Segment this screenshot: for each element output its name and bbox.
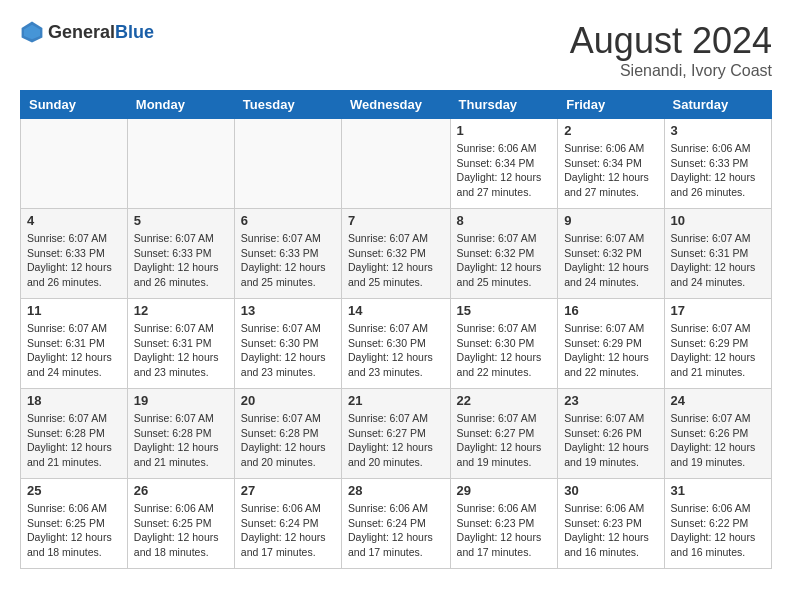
calendar-cell: 6Sunrise: 6:07 AM Sunset: 6:33 PM Daylig… — [234, 209, 341, 299]
title-block: August 2024 Sienandi, Ivory Coast — [570, 20, 772, 80]
calendar-cell — [21, 119, 128, 209]
day-info: Sunrise: 6:07 AM Sunset: 6:26 PM Dayligh… — [564, 411, 657, 470]
calendar-cell: 12Sunrise: 6:07 AM Sunset: 6:31 PM Dayli… — [127, 299, 234, 389]
calendar-cell: 2Sunrise: 6:06 AM Sunset: 6:34 PM Daylig… — [558, 119, 664, 209]
day-number: 31 — [671, 483, 765, 498]
page-header: GeneralBlue August 2024 Sienandi, Ivory … — [20, 20, 772, 80]
calendar-cell: 26Sunrise: 6:06 AM Sunset: 6:25 PM Dayli… — [127, 479, 234, 569]
calendar-cell: 18Sunrise: 6:07 AM Sunset: 6:28 PM Dayli… — [21, 389, 128, 479]
day-info: Sunrise: 6:07 AM Sunset: 6:31 PM Dayligh… — [134, 321, 228, 380]
day-header-sunday: Sunday — [21, 91, 128, 119]
day-header-monday: Monday — [127, 91, 234, 119]
calendar-cell: 9Sunrise: 6:07 AM Sunset: 6:32 PM Daylig… — [558, 209, 664, 299]
day-info: Sunrise: 6:06 AM Sunset: 6:25 PM Dayligh… — [134, 501, 228, 560]
day-info: Sunrise: 6:06 AM Sunset: 6:24 PM Dayligh… — [348, 501, 444, 560]
day-header-saturday: Saturday — [664, 91, 771, 119]
day-header-thursday: Thursday — [450, 91, 558, 119]
calendar-cell: 28Sunrise: 6:06 AM Sunset: 6:24 PM Dayli… — [342, 479, 451, 569]
day-number: 14 — [348, 303, 444, 318]
day-number: 5 — [134, 213, 228, 228]
day-info: Sunrise: 6:06 AM Sunset: 6:24 PM Dayligh… — [241, 501, 335, 560]
day-info: Sunrise: 6:06 AM Sunset: 6:34 PM Dayligh… — [457, 141, 552, 200]
calendar-cell: 21Sunrise: 6:07 AM Sunset: 6:27 PM Dayli… — [342, 389, 451, 479]
day-info: Sunrise: 6:07 AM Sunset: 6:33 PM Dayligh… — [241, 231, 335, 290]
day-info: Sunrise: 6:06 AM Sunset: 6:23 PM Dayligh… — [564, 501, 657, 560]
calendar-cell: 20Sunrise: 6:07 AM Sunset: 6:28 PM Dayli… — [234, 389, 341, 479]
day-info: Sunrise: 6:07 AM Sunset: 6:32 PM Dayligh… — [564, 231, 657, 290]
calendar-cell: 17Sunrise: 6:07 AM Sunset: 6:29 PM Dayli… — [664, 299, 771, 389]
day-info: Sunrise: 6:06 AM Sunset: 6:34 PM Dayligh… — [564, 141, 657, 200]
day-info: Sunrise: 6:07 AM Sunset: 6:30 PM Dayligh… — [241, 321, 335, 380]
day-info: Sunrise: 6:07 AM Sunset: 6:31 PM Dayligh… — [671, 231, 765, 290]
calendar-cell: 27Sunrise: 6:06 AM Sunset: 6:24 PM Dayli… — [234, 479, 341, 569]
calendar-cell: 4Sunrise: 6:07 AM Sunset: 6:33 PM Daylig… — [21, 209, 128, 299]
calendar-cell: 29Sunrise: 6:06 AM Sunset: 6:23 PM Dayli… — [450, 479, 558, 569]
day-info: Sunrise: 6:07 AM Sunset: 6:30 PM Dayligh… — [457, 321, 552, 380]
calendar-cell: 11Sunrise: 6:07 AM Sunset: 6:31 PM Dayli… — [21, 299, 128, 389]
logo-icon — [20, 20, 44, 44]
day-info: Sunrise: 6:07 AM Sunset: 6:29 PM Dayligh… — [564, 321, 657, 380]
day-number: 30 — [564, 483, 657, 498]
day-number: 15 — [457, 303, 552, 318]
calendar-cell — [342, 119, 451, 209]
day-number: 18 — [27, 393, 121, 408]
calendar-cell: 8Sunrise: 6:07 AM Sunset: 6:32 PM Daylig… — [450, 209, 558, 299]
calendar-cell: 7Sunrise: 6:07 AM Sunset: 6:32 PM Daylig… — [342, 209, 451, 299]
day-info: Sunrise: 6:07 AM Sunset: 6:29 PM Dayligh… — [671, 321, 765, 380]
day-info: Sunrise: 6:07 AM Sunset: 6:26 PM Dayligh… — [671, 411, 765, 470]
day-number: 11 — [27, 303, 121, 318]
day-header-wednesday: Wednesday — [342, 91, 451, 119]
day-info: Sunrise: 6:06 AM Sunset: 6:25 PM Dayligh… — [27, 501, 121, 560]
calendar-cell: 16Sunrise: 6:07 AM Sunset: 6:29 PM Dayli… — [558, 299, 664, 389]
logo-blue: Blue — [115, 22, 154, 42]
location-subtitle: Sienandi, Ivory Coast — [570, 62, 772, 80]
day-info: Sunrise: 6:06 AM Sunset: 6:22 PM Dayligh… — [671, 501, 765, 560]
day-info: Sunrise: 6:07 AM Sunset: 6:32 PM Dayligh… — [457, 231, 552, 290]
day-number: 3 — [671, 123, 765, 138]
day-number: 4 — [27, 213, 121, 228]
calendar-header-row: SundayMondayTuesdayWednesdayThursdayFrid… — [21, 91, 772, 119]
day-number: 29 — [457, 483, 552, 498]
calendar-week-row: 11Sunrise: 6:07 AM Sunset: 6:31 PM Dayli… — [21, 299, 772, 389]
calendar-cell: 10Sunrise: 6:07 AM Sunset: 6:31 PM Dayli… — [664, 209, 771, 299]
calendar-cell: 14Sunrise: 6:07 AM Sunset: 6:30 PM Dayli… — [342, 299, 451, 389]
day-number: 23 — [564, 393, 657, 408]
calendar-cell: 22Sunrise: 6:07 AM Sunset: 6:27 PM Dayli… — [450, 389, 558, 479]
day-number: 19 — [134, 393, 228, 408]
day-number: 12 — [134, 303, 228, 318]
day-number: 27 — [241, 483, 335, 498]
calendar-cell: 15Sunrise: 6:07 AM Sunset: 6:30 PM Dayli… — [450, 299, 558, 389]
calendar-cell: 5Sunrise: 6:07 AM Sunset: 6:33 PM Daylig… — [127, 209, 234, 299]
day-number: 10 — [671, 213, 765, 228]
day-info: Sunrise: 6:07 AM Sunset: 6:30 PM Dayligh… — [348, 321, 444, 380]
day-info: Sunrise: 6:07 AM Sunset: 6:31 PM Dayligh… — [27, 321, 121, 380]
calendar-cell — [127, 119, 234, 209]
day-info: Sunrise: 6:06 AM Sunset: 6:23 PM Dayligh… — [457, 501, 552, 560]
calendar-cell: 31Sunrise: 6:06 AM Sunset: 6:22 PM Dayli… — [664, 479, 771, 569]
day-number: 13 — [241, 303, 335, 318]
day-number: 21 — [348, 393, 444, 408]
logo-text: GeneralBlue — [48, 22, 154, 43]
day-info: Sunrise: 6:07 AM Sunset: 6:27 PM Dayligh… — [348, 411, 444, 470]
day-info: Sunrise: 6:06 AM Sunset: 6:33 PM Dayligh… — [671, 141, 765, 200]
day-info: Sunrise: 6:07 AM Sunset: 6:27 PM Dayligh… — [457, 411, 552, 470]
day-number: 17 — [671, 303, 765, 318]
day-info: Sunrise: 6:07 AM Sunset: 6:28 PM Dayligh… — [27, 411, 121, 470]
day-number: 26 — [134, 483, 228, 498]
calendar-cell: 23Sunrise: 6:07 AM Sunset: 6:26 PM Dayli… — [558, 389, 664, 479]
day-number: 9 — [564, 213, 657, 228]
calendar-cell: 30Sunrise: 6:06 AM Sunset: 6:23 PM Dayli… — [558, 479, 664, 569]
calendar-cell: 3Sunrise: 6:06 AM Sunset: 6:33 PM Daylig… — [664, 119, 771, 209]
day-number: 6 — [241, 213, 335, 228]
day-number: 2 — [564, 123, 657, 138]
day-number: 25 — [27, 483, 121, 498]
day-number: 8 — [457, 213, 552, 228]
calendar-cell: 1Sunrise: 6:06 AM Sunset: 6:34 PM Daylig… — [450, 119, 558, 209]
month-title: August 2024 — [570, 20, 772, 62]
day-number: 22 — [457, 393, 552, 408]
day-header-tuesday: Tuesday — [234, 91, 341, 119]
day-number: 1 — [457, 123, 552, 138]
calendar-table: SundayMondayTuesdayWednesdayThursdayFrid… — [20, 90, 772, 569]
day-header-friday: Friday — [558, 91, 664, 119]
day-info: Sunrise: 6:07 AM Sunset: 6:33 PM Dayligh… — [134, 231, 228, 290]
